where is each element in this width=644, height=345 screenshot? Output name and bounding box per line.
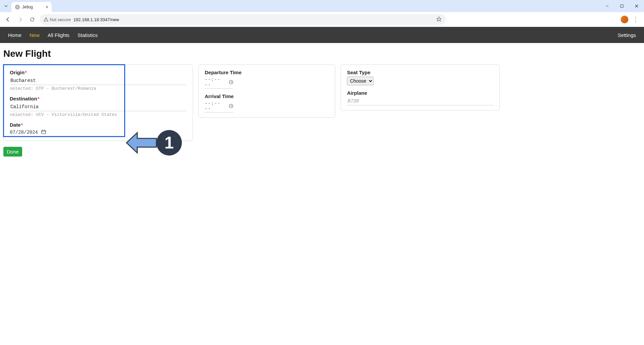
done-button[interactable]: Done xyxy=(3,147,22,157)
airplane-input[interactable] xyxy=(347,97,493,105)
clock-icon xyxy=(229,80,233,84)
minimize-button[interactable] xyxy=(600,0,614,12)
destination-hint: selected: VCV - Victorville/United State… xyxy=(10,112,187,117)
date-field: Date* 07/28/2024 xyxy=(10,122,187,136)
arrival-label: Arrival Time xyxy=(205,93,329,99)
window-controls xyxy=(600,0,644,12)
tab-title: Jetlog xyxy=(22,5,33,9)
browser-tabstrip: Jetlog × xyxy=(0,0,644,12)
warning-icon xyxy=(44,17,48,22)
nav-statistics[interactable]: Statistics xyxy=(73,32,102,38)
svg-line-16 xyxy=(231,106,232,106)
seat-select[interactable]: Choose xyxy=(347,77,374,85)
nav-new[interactable]: New xyxy=(26,32,44,38)
departure-field: Departure Time --:-- -- xyxy=(205,70,329,89)
close-window-button[interactable] xyxy=(629,0,644,12)
calendar-icon[interactable] xyxy=(41,129,46,135)
url-text: 192.168.1.18:3347/new xyxy=(73,17,434,22)
svg-rect-2 xyxy=(621,5,623,7)
airplane-field: Airplane xyxy=(347,90,493,105)
browser-toolbar: Not secure 192.168.1.18:3347/new ⋮ xyxy=(0,12,644,27)
destination-field: Destination* selected: VCV - Victorville… xyxy=(10,96,187,117)
destination-input[interactable] xyxy=(10,103,187,111)
card-route: Origin* selected: OTP - Bucharest/Romani… xyxy=(3,64,193,141)
forward-button[interactable] xyxy=(15,15,25,24)
origin-label: Origin* xyxy=(10,70,187,75)
globe-icon xyxy=(15,4,20,10)
address-bar[interactable]: Not secure 192.168.1.18:3347/new xyxy=(40,14,446,25)
nav-settings[interactable]: Settings xyxy=(614,32,640,38)
app-nav: Home New All Flights Statistics Settings xyxy=(0,27,644,43)
seat-field: Seat Type Choose xyxy=(347,70,493,85)
arrival-field: Arrival Time --:-- -- xyxy=(205,93,329,113)
departure-input[interactable]: --:-- -- xyxy=(205,77,233,89)
reload-button[interactable] xyxy=(28,15,37,24)
card-seat-airplane: Seat Type Choose Airplane xyxy=(341,64,500,111)
departure-label: Departure Time xyxy=(205,70,329,75)
nav-home[interactable]: Home xyxy=(4,32,26,38)
close-icon[interactable]: × xyxy=(46,4,48,10)
origin-input[interactable] xyxy=(10,77,187,85)
clock-icon xyxy=(229,104,233,108)
back-button[interactable] xyxy=(3,15,13,24)
browser-tab[interactable]: Jetlog × xyxy=(11,2,52,12)
nav-all-flights[interactable]: All Flights xyxy=(44,32,73,38)
profile-avatar[interactable] xyxy=(621,15,629,24)
tab-search-dropdown[interactable] xyxy=(2,2,10,10)
bookmark-star-icon[interactable] xyxy=(436,16,442,23)
security-text: Not secure xyxy=(50,17,71,22)
origin-field: Origin* selected: OTP - Bucharest/Romani… xyxy=(10,70,187,91)
page-content: New Flight Origin* selected: OTP - Bucha… xyxy=(0,43,644,162)
svg-rect-7 xyxy=(42,130,46,134)
card-times: Departure Time --:-- -- Arrival Time --:… xyxy=(198,64,335,118)
chrome-menu-icon[interactable]: ⋮ xyxy=(633,16,639,23)
svg-line-13 xyxy=(231,82,232,83)
maximize-button[interactable] xyxy=(614,0,629,12)
svg-point-6 xyxy=(46,20,46,20)
page-title: New Flight xyxy=(3,48,641,59)
date-label: Date* xyxy=(10,122,187,128)
security-indicator: Not secure xyxy=(44,17,71,22)
date-input[interactable]: 07/28/2024 xyxy=(10,129,38,136)
arrival-input[interactable]: --:-- -- xyxy=(205,100,233,113)
cards-row: Origin* selected: OTP - Bucharest/Romani… xyxy=(3,64,641,141)
origin-hint: selected: OTP - Bucharest/Romania xyxy=(10,86,187,91)
airplane-label: Airplane xyxy=(347,90,493,96)
destination-label: Destination* xyxy=(10,96,187,101)
seat-label: Seat Type xyxy=(347,70,493,75)
